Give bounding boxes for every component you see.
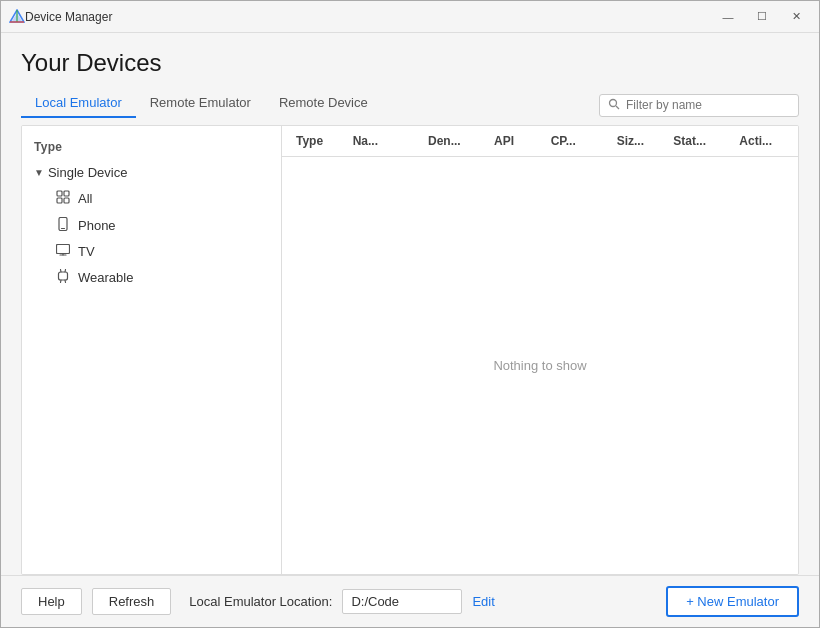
col-header-name: Na... bbox=[347, 126, 422, 156]
tv-icon bbox=[54, 244, 72, 259]
single-device-label: Single Device bbox=[48, 165, 128, 180]
content-area: Your Devices Local Emulator Remote Emula… bbox=[1, 33, 819, 575]
tab-bar: Local Emulator Remote Emulator Remote De… bbox=[21, 89, 382, 117]
tab-filter-row: Local Emulator Remote Emulator Remote De… bbox=[21, 89, 799, 117]
window-title: Device Manager bbox=[25, 10, 713, 24]
svg-line-19 bbox=[65, 280, 66, 283]
empty-text: Nothing to show bbox=[493, 358, 586, 373]
tree-children: All Phone bbox=[22, 185, 281, 291]
tv-label: TV bbox=[78, 244, 95, 259]
minimize-button[interactable]: — bbox=[713, 7, 743, 27]
filter-box bbox=[599, 94, 799, 117]
phone-label: Phone bbox=[78, 218, 116, 233]
window-controls: — ☐ ✕ bbox=[713, 7, 811, 27]
bottom-bar: Help Refresh Local Emulator Location: Ed… bbox=[1, 575, 819, 627]
search-icon bbox=[608, 98, 620, 113]
maximize-button[interactable]: ☐ bbox=[747, 7, 777, 27]
main-panel: Type ▼ Single Device bbox=[21, 125, 799, 575]
sidebar-item-phone[interactable]: Phone bbox=[42, 212, 281, 239]
location-input[interactable] bbox=[342, 589, 462, 614]
col-header-status: Stat... bbox=[667, 126, 733, 156]
svg-line-17 bbox=[65, 270, 66, 273]
col-header-cpu: CP... bbox=[545, 126, 611, 156]
new-emulator-label: + New Emulator bbox=[686, 594, 779, 609]
wearable-label: Wearable bbox=[78, 270, 133, 285]
location-label: Local Emulator Location: bbox=[189, 594, 332, 609]
svg-rect-8 bbox=[57, 198, 62, 203]
svg-line-16 bbox=[61, 270, 62, 273]
table-empty-message: Nothing to show bbox=[282, 157, 798, 574]
all-label: All bbox=[78, 191, 92, 206]
sidebar-item-wearable[interactable]: Wearable bbox=[42, 264, 281, 291]
sidebar-item-all[interactable]: All bbox=[42, 185, 281, 212]
new-emulator-button[interactable]: + New Emulator bbox=[666, 586, 799, 617]
col-header-api: API bbox=[488, 126, 545, 156]
help-button[interactable]: Help bbox=[21, 588, 82, 615]
close-button[interactable]: ✕ bbox=[781, 7, 811, 27]
svg-line-5 bbox=[616, 106, 619, 109]
tree-parent-single-device[interactable]: ▼ Single Device bbox=[22, 160, 281, 185]
app-logo bbox=[9, 9, 25, 25]
svg-rect-12 bbox=[57, 245, 70, 254]
phone-icon bbox=[54, 217, 72, 234]
tab-remote-device[interactable]: Remote Device bbox=[265, 89, 382, 118]
edit-link[interactable]: Edit bbox=[472, 594, 494, 609]
tab-local-emulator[interactable]: Local Emulator bbox=[21, 89, 136, 118]
right-panel: Type Na... Den... API CP... Siz... Stat.… bbox=[282, 126, 798, 574]
filter-input[interactable] bbox=[626, 98, 790, 112]
svg-rect-6 bbox=[57, 191, 62, 196]
grid-icon bbox=[54, 190, 72, 207]
svg-line-18 bbox=[61, 280, 62, 283]
svg-point-4 bbox=[610, 99, 617, 106]
svg-rect-9 bbox=[64, 198, 69, 203]
titlebar: Device Manager — ☐ ✕ bbox=[1, 1, 819, 33]
table-header: Type Na... Den... API CP... Siz... Stat.… bbox=[282, 126, 798, 157]
watch-icon bbox=[54, 269, 72, 286]
type-header: Type bbox=[22, 134, 281, 160]
chevron-down-icon: ▼ bbox=[34, 167, 44, 178]
svg-rect-15 bbox=[59, 272, 68, 280]
left-panel: Type ▼ Single Device bbox=[22, 126, 282, 574]
col-header-actions: Acti... bbox=[733, 126, 790, 156]
col-header-density: Den... bbox=[422, 126, 488, 156]
sidebar-item-tv[interactable]: TV bbox=[42, 239, 281, 264]
app-window: Device Manager — ☐ ✕ Your Devices Local … bbox=[0, 0, 820, 628]
col-header-size: Siz... bbox=[611, 126, 668, 156]
svg-rect-7 bbox=[64, 191, 69, 196]
refresh-button[interactable]: Refresh bbox=[92, 588, 172, 615]
col-header-type: Type bbox=[290, 126, 347, 156]
tab-remote-emulator[interactable]: Remote Emulator bbox=[136, 89, 265, 118]
page-title: Your Devices bbox=[21, 49, 799, 77]
